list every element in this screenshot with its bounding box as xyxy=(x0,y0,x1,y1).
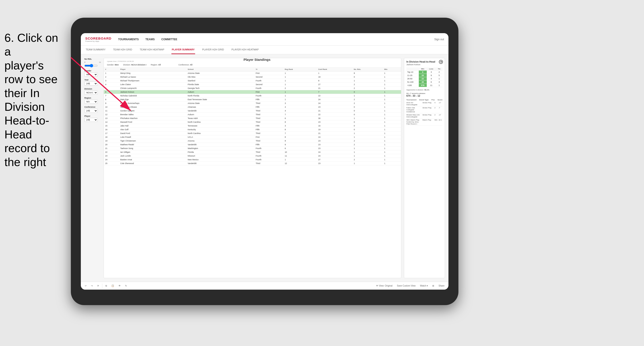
opponents-pct: 98.1% xyxy=(424,89,430,91)
tab-team-h2h-heatmap[interactable]: TEAM H2H HEATMAP xyxy=(139,45,165,54)
player-select[interactable]: (All) xyxy=(84,118,98,122)
table-row[interactable]: 8 Mats Ege East Tennessee State Fifth 1 … xyxy=(104,98,401,102)
tab-player-h2h-grid[interactable]: PLAYER H2H GRID xyxy=(202,45,224,54)
h2h-player: Jackson Koivun xyxy=(406,63,442,66)
table-row[interactable]: 13 Phichaksn Maichon Texas A&M Third 6 3… xyxy=(104,117,401,120)
col-school: School xyxy=(186,67,254,71)
nav-bar: SCOREBOARD Powered by clippi TOURNAMENTS… xyxy=(81,33,448,45)
table-row[interactable]: 6 Jackson Koivun Auburn First 1 7 0 1 xyxy=(104,90,401,94)
sign-out-link[interactable]: Sign out xyxy=(434,38,444,41)
region-select[interactable]: N/A xyxy=(84,100,98,104)
standings-table: # Player School Yr Reg Rank Conf Rank No… xyxy=(104,67,401,165)
undo-button[interactable]: ↩ xyxy=(84,284,88,288)
tournament-row: SEC Match Play hosted by Jerry Pate Roun… xyxy=(406,119,442,126)
tournament-row: Fallen Oak Collegiate Invitational Strok… xyxy=(406,106,442,113)
redo-button[interactable]: ↪ xyxy=(90,284,94,288)
table-row[interactable]: 12 Brendan Valles Auburn Third 7 22 0 1 xyxy=(104,113,401,117)
tab-team-summary[interactable]: TEAM SUMMARY xyxy=(85,45,106,54)
year-select[interactable]: (All) xyxy=(84,82,98,86)
tournament-list: Amer Ari Intercollegiate Stroke Play 4 -… xyxy=(406,101,442,126)
view-original-button[interactable]: 👁 View: Original xyxy=(375,284,394,288)
sub-nav: TEAM SUMMARY TEAM H2H GRID TEAM H2H HEAT… xyxy=(81,45,448,54)
h2h-row: 51-100 46 6 3 xyxy=(406,80,442,84)
view-button[interactable]: 👁 xyxy=(117,284,122,288)
standings-header: Update time: 27/03/2024 16:56:26 Player … xyxy=(104,58,401,67)
update-time: Update time: 27/03/2024 16:56:26 xyxy=(107,60,134,62)
table-row[interactable]: 25 Cole Sherwood Vanderbilt Third 12 23 … xyxy=(104,162,401,165)
col-player: Player xyxy=(119,67,186,71)
tournament-row: Amer Ari Intercollegiate Stroke Play 4 -… xyxy=(406,101,442,106)
copy-button[interactable]: ⧉ xyxy=(104,284,108,288)
h2h-row: 11-25 20 9 5 xyxy=(406,74,442,77)
player-filter: Player (All) xyxy=(84,115,101,122)
nav-right: Sign out xyxy=(434,38,444,41)
col-yr: Yr xyxy=(254,67,283,71)
refresh-button[interactable]: ↻ xyxy=(124,284,128,288)
h2h-close-button[interactable]: ✕ xyxy=(439,60,443,64)
table-row[interactable]: 16 Alex Goff Kentucky Fifth 8 19 0 1 xyxy=(104,128,401,132)
table-row[interactable]: 19 Tiger Christensen Arizona Third 8 23 … xyxy=(104,139,401,143)
gender-filter: Gender Men xyxy=(84,70,101,76)
year-filter: Year (All) xyxy=(84,79,101,86)
table-row[interactable]: 15 Jake Hall Tennessee Fifth 3 16 0 1 xyxy=(104,124,401,128)
table-row[interactable]: 2 Michael La Sasso Ole Miss Second 1 18 … xyxy=(104,75,401,79)
tab-player-summary[interactable]: PLAYER SUMMARY xyxy=(172,45,195,54)
tab-player-h2h-heatmap[interactable]: PLAYER H2H HEATMAP xyxy=(231,45,259,54)
h2h-panel: ✕ In Division Head-to-Head Jackson Koivu… xyxy=(404,58,445,278)
logo: SCOREBOARD Powered by clippi xyxy=(85,36,112,42)
share-button[interactable]: Share xyxy=(437,284,446,288)
col-no-rds: No. Rds. xyxy=(352,67,383,71)
layout-button[interactable]: ⊞ xyxy=(431,284,436,288)
filters-panel: No Rds. 6 11 Gender Men Year xyxy=(84,58,101,278)
tournament-row: Mirabel Maui Jim Intercollegiate Stroke … xyxy=(406,113,442,119)
table-row[interactable]: 7 Nicholas Gabrelcik North Florida Fourt… xyxy=(104,94,401,98)
table-row[interactable]: 3 Michael Thorbjornsen Stanford Fourth 1… xyxy=(104,79,401,83)
conference-select[interactable]: (All) xyxy=(84,109,98,113)
h2h-title: In Division Head-to-Head xyxy=(406,60,442,63)
watch-button[interactable]: Watch ▾ xyxy=(419,284,430,288)
wl-record: W-L-T record in-division: 674 - 33 - 12 xyxy=(406,92,442,97)
no-rds-slider[interactable] xyxy=(84,64,98,67)
instruction-text: 6. Click on a player's row to see their … xyxy=(0,26,69,173)
gender-select[interactable]: Men xyxy=(84,72,98,76)
table-row[interactable]: 11 Gordon Sargent Vanderbilt Third 4 21 … xyxy=(104,109,401,113)
standings-title: Player Standings xyxy=(244,58,270,61)
table-row[interactable]: 17 David Ford North Carolina Third 7 21 … xyxy=(104,132,401,135)
division-select[interactable]: NCAA Division I xyxy=(84,91,98,95)
nav-teams[interactable]: TEAMS xyxy=(145,37,154,42)
toolbar: ↩ ↪ ⟳ ⧉ 📋 👁 ↻ 👁 View: Original Save Cust… xyxy=(81,282,448,290)
forward-button[interactable]: ⟳ xyxy=(96,284,100,288)
table-row[interactable]: 10 Jacob Mou-Dlease Arkansas Fifth 4 23 … xyxy=(104,105,401,109)
h2h-row: Top 10 8 3 2 xyxy=(406,71,442,74)
table-row[interactable]: 23 Jack Lundin Missouri Fourth 11 24 1 1 xyxy=(104,154,401,158)
table-row[interactable]: 1 Wenyi Ding Arizona State First 1 1 8 1 xyxy=(104,71,401,75)
table-row[interactable]: 14 Maxwell Ford North Carolina Third 8 2… xyxy=(104,120,401,124)
region-filter: Region N/A xyxy=(84,97,101,104)
no-rds-max: 11 xyxy=(99,61,101,63)
conference-filter: Conference (All) xyxy=(84,106,101,113)
nav-committee[interactable]: COMMITTEE xyxy=(161,37,177,42)
table-row[interactable]: 4 Luke Claton Florida State Second 1 27 … xyxy=(104,83,401,86)
table-row[interactable]: 24 Bastien Amat New Mexico Fourth 1 27 2… xyxy=(104,158,401,162)
tab-team-h2h-grid[interactable]: TEAM H2H GRID xyxy=(113,45,133,54)
table-row[interactable]: 20 Matthew Riedel Vanderbilt Fifth 9 23 … xyxy=(104,143,401,147)
nav-links: TOURNAMENTS TEAMS COMMITTEE xyxy=(118,37,434,42)
col-num: # xyxy=(104,67,119,71)
col-conf-rank: Conf Rank xyxy=(317,67,352,71)
tablet-frame: SCOREBOARD Powered by clippi TOURNAMENTS… xyxy=(71,18,458,305)
table-row[interactable]: 5 Christo Lamprecht Georgia Tech Fourth … xyxy=(104,86,401,90)
no-rds-filter: No Rds. 6 11 xyxy=(84,58,101,67)
eye-icon: 👁 xyxy=(376,285,378,287)
tournament-header: Tournament Event Type Pos Score xyxy=(406,99,442,101)
logo-title: SCOREBOARD xyxy=(85,36,112,40)
table-row[interactable]: 18 Luke Powell UCLA First 8 24 1 1 xyxy=(104,135,401,139)
table-row[interactable]: 9 Preston Summerhays Arizona State Third… xyxy=(104,102,401,105)
h2h-row: >100 578 11 1 xyxy=(406,84,442,87)
save-custom-button[interactable]: Save Custom View xyxy=(396,284,417,288)
standings-panel: Update time: 27/03/2024 16:56:26 Player … xyxy=(104,58,401,278)
nav-tournaments[interactable]: TOURNAMENTS xyxy=(118,37,139,42)
table-row[interactable]: 22 Ian Gilligan Florida Third 10 24 1 1 xyxy=(104,150,401,154)
table-row[interactable]: 21 Taehoon Song Washington Fourth 6 23 1… xyxy=(104,147,401,150)
paste-button[interactable]: 📋 xyxy=(110,284,116,288)
standings-filters: Gender: Men Division: NCAA Division I Re… xyxy=(107,64,398,66)
